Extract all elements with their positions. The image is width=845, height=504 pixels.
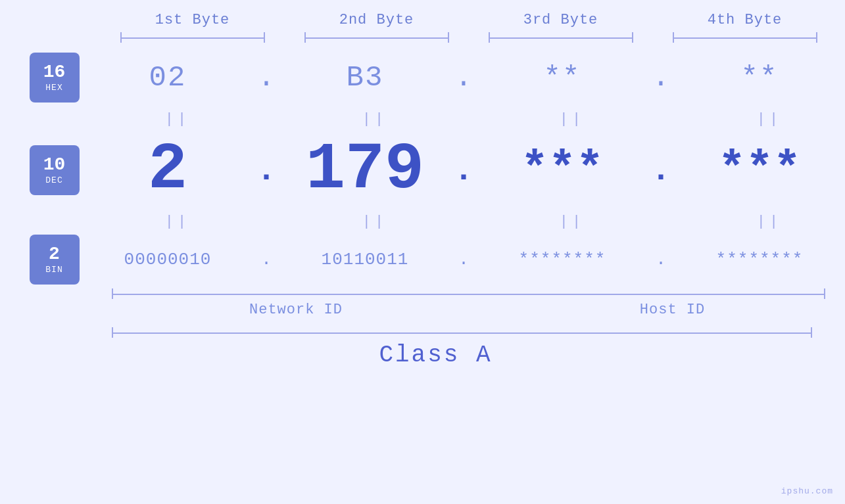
byte2-label: 2nd Byte <box>285 12 469 28</box>
hex-dot3: . <box>648 61 674 94</box>
bin-badge-label: BIN <box>45 265 62 275</box>
main-container: 1st Byte 2nd Byte 3rd Byte 4th Byte 16 H… <box>0 0 845 504</box>
eq1-byte4: || <box>684 111 845 127</box>
bin-byte4: ******** <box>674 250 845 269</box>
dec-byte1: 2 <box>82 137 253 203</box>
bin-dot3: . <box>648 250 674 269</box>
bin-byte1: 00000010 <box>82 250 253 269</box>
bracket-byte2 <box>285 32 469 43</box>
top-brackets-row <box>0 32 845 43</box>
bin-byte3: ******** <box>477 250 648 269</box>
dec-dot2: . <box>450 152 477 189</box>
bin-dot2: . <box>450 250 477 269</box>
eq1-byte3: || <box>487 111 658 127</box>
eq2-byte3: || <box>487 214 658 230</box>
dec-dot3: . <box>648 152 674 189</box>
byte4-label: 4th Byte <box>653 12 837 28</box>
dec-byte2: 179 <box>279 137 450 203</box>
hex-dot1: . <box>253 61 279 94</box>
eq2-byte1: || <box>92 214 263 230</box>
dec-badge: 10 DEC <box>30 145 80 195</box>
bracket-byte4 <box>653 32 837 43</box>
hex-dot2: . <box>450 61 477 94</box>
hex-badge-number: 16 <box>43 62 66 83</box>
bin-badge-number: 2 <box>49 244 60 265</box>
hex-badge-label: HEX <box>45 83 62 93</box>
host-id-label: Host ID <box>640 302 705 318</box>
dec-byte4: *** <box>674 147 845 193</box>
dec-byte3: *** <box>477 147 648 193</box>
dec-dot1: . <box>253 152 279 189</box>
eq1-byte2: || <box>289 111 460 127</box>
bin-byte2: 10110011 <box>279 250 450 269</box>
byte3-label: 3rd Byte <box>469 12 653 28</box>
dec-badge-label: DEC <box>45 175 62 185</box>
bracket-byte3 <box>469 32 653 43</box>
hex-badge: 16 HEX <box>30 53 80 103</box>
network-id-label: Network ID <box>249 302 343 318</box>
eq1-byte1: || <box>92 111 263 127</box>
bin-dot1: . <box>253 250 279 269</box>
hex-byte4: ** <box>674 61 845 94</box>
hex-byte2: B3 <box>279 61 450 94</box>
eq2-byte4: || <box>684 214 845 230</box>
watermark: ipshu.com <box>781 486 833 496</box>
bin-badge: 2 BIN <box>30 235 80 285</box>
bracket-byte1 <box>101 32 285 43</box>
class-a-label: Class A <box>379 342 492 369</box>
hex-byte1: 02 <box>82 61 253 94</box>
dec-badge-number: 10 <box>43 155 66 175</box>
byte-labels-row: 1st Byte 2nd Byte 3rd Byte 4th Byte <box>0 0 845 28</box>
hex-byte3: ** <box>477 61 648 94</box>
eq2-byte2: || <box>289 214 460 230</box>
byte1-label: 1st Byte <box>101 12 285 28</box>
